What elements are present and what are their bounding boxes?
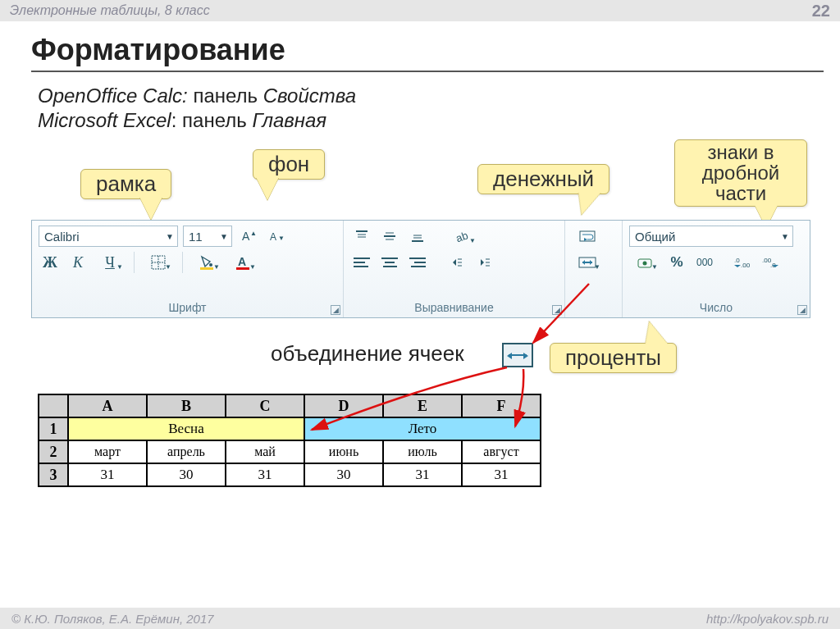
row-3: 3: [39, 463, 68, 486]
svg-marker-30: [584, 238, 587, 241]
number-format-combo[interactable]: Общий▼: [629, 226, 793, 247]
font-size-combo[interactable]: 11▼: [183, 226, 232, 247]
section-font-label: Шрифт: [39, 301, 336, 316]
svg-rect-8: [200, 267, 213, 270]
orientation-button[interactable]: ab▼: [447, 226, 478, 247]
corner-cell: [39, 394, 68, 417]
col-A: A: [68, 394, 147, 417]
align-top-button[interactable]: [350, 226, 373, 247]
oo-panel: Свойства: [263, 84, 356, 107]
cell-days: 31: [462, 463, 541, 486]
txt: панель: [188, 84, 263, 107]
merge-icon: [502, 343, 533, 367]
svg-point-7: [209, 263, 212, 267]
svg-text:ab: ab: [454, 229, 469, 244]
callout-decimals-l2: дробной: [683, 162, 798, 183]
percent-button[interactable]: %: [665, 252, 688, 273]
align-bottom-button[interactable]: [406, 226, 429, 247]
increase-font-button[interactable]: A▲: [237, 226, 260, 247]
underline-button[interactable]: Ч▼: [94, 252, 126, 273]
section-align: ab▼ Выравнивание ◢: [344, 221, 565, 317]
callout-decimals-l1: знаки в: [683, 142, 798, 162]
callout-fill-tail: [256, 177, 279, 200]
number-format-value: Общий: [635, 230, 675, 244]
section-align-label: Выравнивание: [350, 301, 558, 316]
svg-text:А: А: [238, 255, 246, 268]
callout-decimals: знаки в дробной части: [674, 139, 807, 207]
footer-right: http://kpolyakov.spb.ru: [706, 612, 829, 626]
callout-currency: денежный: [477, 164, 609, 194]
svg-point-36: [643, 262, 647, 266]
cell-month: июль: [383, 440, 462, 463]
callout-border-tail: [139, 197, 162, 220]
cell-spring: Весна: [68, 417, 304, 440]
col-F: F: [462, 394, 541, 417]
callout-decimals-l3: части: [683, 183, 798, 203]
number-dialog-launcher[interactable]: ◢: [797, 305, 807, 315]
fill-color-button[interactable]: ▼: [191, 252, 222, 273]
italic-button[interactable]: К: [66, 252, 89, 273]
cell-month: март: [68, 440, 147, 463]
cell-month: май: [226, 440, 304, 463]
thousands-button[interactable]: 000: [693, 252, 716, 273]
example-table: A B C D E F 1 Весна Лето 2 март апрель м…: [38, 394, 541, 487]
footer-left: © К.Ю. Поляков, Е.А. Ерёмин, 2017: [11, 612, 214, 626]
align-dialog-launcher[interactable]: ◢: [552, 305, 562, 315]
align-middle-button[interactable]: [378, 226, 401, 247]
svg-marker-25: [481, 259, 484, 266]
increase-decimal-button[interactable]: .0.00: [731, 252, 754, 273]
merge-cells-button[interactable]: ▼: [572, 252, 603, 273]
font-size-value: 11: [189, 230, 203, 244]
section-cell: ▼: [565, 221, 623, 317]
col-C: C: [226, 394, 304, 417]
callout-currency-tail: [570, 192, 601, 215]
col-D: D: [304, 394, 383, 417]
decrease-font-button[interactable]: A▼: [265, 226, 288, 247]
cell-month: апрель: [147, 440, 226, 463]
section-font: Calibri▼ 11▼ A▲ A▼ Ж К Ч▼ ▼ ▼: [32, 221, 344, 317]
page-title: Форматирование: [31, 33, 840, 67]
section-number-label: Число: [629, 301, 803, 316]
description: OpenOffice Calc: панель Свойства Microso…: [38, 84, 840, 133]
cell-summer: Лето: [304, 417, 541, 440]
col-B: B: [147, 394, 226, 417]
cell-days: 31: [68, 463, 147, 486]
wrap-text-button[interactable]: [572, 226, 603, 247]
title-underline: [31, 71, 824, 72]
bold-button[interactable]: Ж: [39, 252, 62, 273]
cell-days: 31: [383, 463, 462, 486]
svg-text:.0: .0: [734, 257, 740, 264]
font-dialog-launcher[interactable]: ◢: [331, 305, 340, 315]
section-number: Общий▼ ▼ % 000 .0.00 .00.0 Число ◢: [623, 221, 810, 317]
underline-label: Ч: [105, 254, 115, 271]
callout-border: рамка: [80, 169, 171, 199]
row-2: 2: [39, 440, 68, 463]
txt: : панель: [171, 109, 253, 131]
align-left-button[interactable]: [350, 252, 373, 273]
svg-text:A: A: [242, 230, 250, 243]
font-color-button[interactable]: А ▼: [227, 252, 258, 273]
cell-days: 30: [147, 463, 226, 486]
font-name-combo[interactable]: Calibri▼: [39, 226, 178, 247]
callout-percent-tail: [637, 321, 668, 344]
border-button[interactable]: ▼: [143, 252, 174, 273]
svg-marker-34: [590, 260, 592, 265]
align-center-button[interactable]: [378, 252, 401, 273]
svg-marker-21: [453, 259, 456, 266]
svg-marker-39: [734, 265, 741, 267]
percent-label: %: [670, 254, 682, 271]
svg-text:A: A: [270, 231, 276, 243]
align-right-button[interactable]: [406, 252, 429, 273]
increase-indent-button[interactable]: [472, 252, 495, 273]
col-E: E: [383, 394, 462, 417]
svg-text:.00: .00: [741, 262, 751, 269]
svg-rect-10: [236, 267, 249, 270]
excel-panel: Главная: [252, 109, 326, 131]
ribbon: Calibri▼ 11▼ A▲ A▼ Ж К Ч▼ ▼ ▼: [31, 220, 810, 318]
decrease-decimal-button[interactable]: .00.0: [759, 252, 782, 273]
oo-calc: OpenOffice Calc:: [38, 84, 188, 107]
currency-button[interactable]: ▼: [629, 252, 660, 273]
svg-marker-33: [582, 260, 585, 265]
svg-text:▼: ▼: [278, 235, 285, 242]
decrease-indent-button[interactable]: [444, 252, 467, 273]
